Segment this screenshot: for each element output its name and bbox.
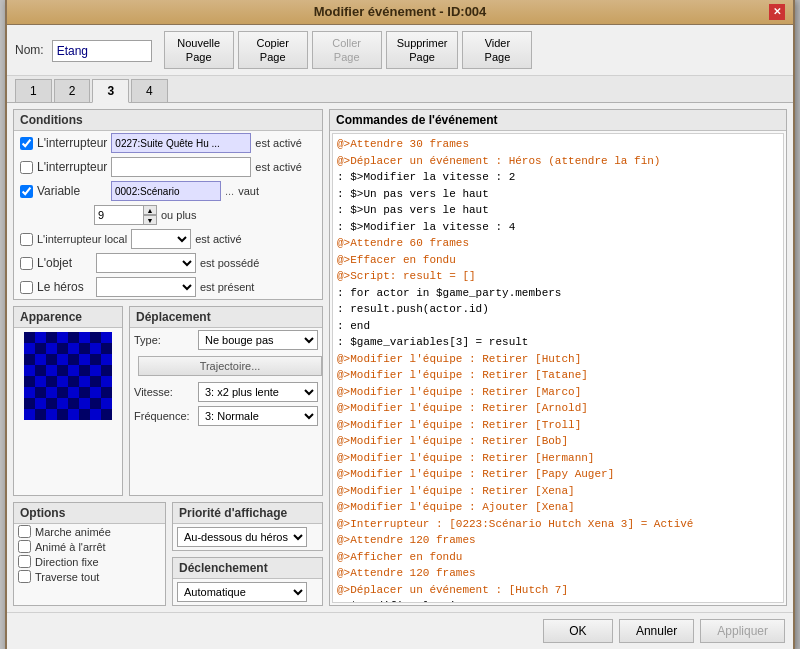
condition-row-7: Le héros est présent xyxy=(14,275,322,299)
appearance-preview[interactable] xyxy=(24,332,112,420)
name-input[interactable] xyxy=(52,40,152,62)
opt1-checkbox[interactable] xyxy=(18,525,31,538)
opt4-label: Traverse tout xyxy=(35,571,99,583)
cond3-suffix: vaut xyxy=(238,185,259,197)
left-panel: Conditions L'interrupteur 0227:Suite Quê… xyxy=(13,109,323,606)
cond6-checkbox[interactable] xyxy=(20,257,33,270)
opt4-checkbox[interactable] xyxy=(18,570,31,583)
options-section: Options Marche animée Animé à l'arrêt Di… xyxy=(13,502,166,606)
cond2-suffix: est activé xyxy=(255,161,301,173)
trajectory-button[interactable]: Trajectoire... xyxy=(138,356,322,376)
new-page-button[interactable]: Nouvelle Page xyxy=(164,31,234,70)
window-title: Modifier événement - ID:004 xyxy=(31,4,769,19)
paste-page-button[interactable]: Coller Page xyxy=(312,31,382,70)
movement-type-dropdown[interactable]: Ne bouge pas xyxy=(198,330,318,350)
copy-page-button[interactable]: Copier Page xyxy=(238,31,308,70)
cond3-checkbox[interactable] xyxy=(20,185,33,198)
opt1-label: Marche animée xyxy=(35,526,111,538)
name-section: Nom: xyxy=(15,38,152,62)
condition-row-5: L'interrupteur local est activé xyxy=(14,227,322,251)
ok-button[interactable]: OK xyxy=(543,619,613,643)
cond6-suffix: est possédé xyxy=(200,257,259,269)
apply-button[interactable]: Appliquer xyxy=(700,619,785,643)
cond3-label: Variable xyxy=(37,184,107,198)
tab-1[interactable]: 1 xyxy=(15,79,52,102)
priority-trigger-col: Priorité d'affichage Au-dessous du héros… xyxy=(172,502,323,606)
cond7-dropdown[interactable] xyxy=(96,277,196,297)
cond1-checkbox[interactable] xyxy=(20,137,33,150)
cond7-suffix: est présent xyxy=(200,281,254,293)
cond2-field[interactable] xyxy=(111,157,251,177)
cond6-dropdown[interactable] xyxy=(96,253,196,273)
cond5-dropdown[interactable] xyxy=(131,229,191,249)
condition-row-2: L'interrupteur est activé xyxy=(14,155,322,179)
appearance-title: Apparence xyxy=(14,307,122,328)
movement-type-label: Type: xyxy=(134,334,194,346)
option-row-1: Marche animée xyxy=(14,524,165,539)
movement-freq-dropdown[interactable]: 3: Normale xyxy=(198,406,318,426)
cond3-field[interactable]: 0002:Scénario xyxy=(111,181,221,201)
main-window: Modifier événement - ID:004 ✕ Nom: Nouve… xyxy=(5,0,795,649)
titlebar: Modifier événement - ID:004 ✕ xyxy=(7,0,793,25)
condition-row-4: ▲ ▼ ou plus xyxy=(14,203,322,227)
opt3-label: Direction fixe xyxy=(35,556,99,568)
cond1-suffix: est activé xyxy=(255,137,301,149)
cancel-button[interactable]: Annuler xyxy=(619,619,694,643)
opt2-label: Animé à l'arrêt xyxy=(35,541,106,553)
priority-title: Priorité d'affichage xyxy=(173,503,322,524)
movement-title: Déplacement xyxy=(130,307,322,328)
delete-page-button[interactable]: Supprimer Page xyxy=(386,31,459,70)
close-button[interactable]: ✕ xyxy=(769,4,785,20)
cond5-label: L'interrupteur local xyxy=(37,233,127,245)
movement-speed-label: Vitesse: xyxy=(134,386,194,398)
trajectory-row: Trajectoire... xyxy=(130,352,322,380)
cond7-checkbox[interactable] xyxy=(20,281,33,294)
priority-dropdown[interactable]: Au-dessous du héros xyxy=(177,527,307,547)
number-suffix: ou plus xyxy=(161,209,196,221)
trigger-title: Déclenchement xyxy=(173,558,322,579)
cond2-checkbox[interactable] xyxy=(20,161,33,174)
spinner-down[interactable]: ▼ xyxy=(143,215,157,225)
option-row-3: Direction fixe xyxy=(14,554,165,569)
spinner-buttons: ▲ ▼ xyxy=(143,205,157,225)
cond6-label: L'objet xyxy=(37,256,92,270)
options-title: Options xyxy=(14,503,165,524)
main-content: Conditions L'interrupteur 0227:Suite Quê… xyxy=(7,103,793,612)
cond1-field[interactable]: 0227:Suite Quête Hu ... xyxy=(111,133,251,153)
opt2-checkbox[interactable] xyxy=(18,540,31,553)
appearance-section: Apparence xyxy=(13,306,123,496)
cond5-suffix: est activé xyxy=(195,233,241,245)
lower-row: Options Marche animée Animé à l'arrêt Di… xyxy=(13,502,323,606)
footer: OK Annuler Appliquer xyxy=(7,612,793,649)
cond1-label: L'interrupteur xyxy=(37,136,107,150)
tab-3[interactable]: 3 xyxy=(92,79,129,103)
option-row-4: Traverse tout xyxy=(14,569,165,584)
tab-2[interactable]: 2 xyxy=(54,79,91,102)
bottom-sections: Apparence Déplacement Type: Ne bouge pas… xyxy=(13,306,323,496)
condition-row-6: L'objet est possédé xyxy=(14,251,322,275)
movement-speed-dropdown[interactable]: 3: x2 plus lente xyxy=(198,382,318,402)
movement-freq-label: Fréquence: xyxy=(134,410,194,422)
right-panel: Commandes de l'événement @>Attendre 30 f… xyxy=(329,109,787,606)
movement-speed-row: Vitesse: 3: x2 plus lente xyxy=(130,380,322,404)
commands-list[interactable]: @>Attendre 30 frames@>Déplacer un événem… xyxy=(332,133,784,603)
cond3-dots: ... xyxy=(225,185,234,197)
opt3-checkbox[interactable] xyxy=(18,555,31,568)
conditions-title: Conditions xyxy=(14,110,322,131)
movement-type-row: Type: Ne bouge pas xyxy=(130,328,322,352)
cond5-checkbox[interactable] xyxy=(20,233,33,246)
commands-title: Commandes de l'événement xyxy=(330,110,786,131)
trigger-dropdown[interactable]: Automatique xyxy=(177,582,307,602)
trigger-section: Déclenchement Automatique xyxy=(172,557,323,606)
clear-page-button[interactable]: Vider Page xyxy=(462,31,532,70)
name-label: Nom: xyxy=(15,43,44,57)
toolbar: Nom: Nouvelle Page Copier Page Coller Pa… xyxy=(7,25,793,77)
number-input[interactable] xyxy=(94,205,144,225)
conditions-section: Conditions L'interrupteur 0227:Suite Quê… xyxy=(13,109,323,300)
tab-4[interactable]: 4 xyxy=(131,79,168,102)
movement-freq-row: Fréquence: 3: Normale xyxy=(130,404,322,428)
spinner-up[interactable]: ▲ xyxy=(143,205,157,215)
condition-row-3: Variable 0002:Scénario ... vaut xyxy=(14,179,322,203)
number-spinner: ▲ ▼ xyxy=(94,205,157,225)
movement-section: Déplacement Type: Ne bouge pas Trajectoi… xyxy=(129,306,323,496)
